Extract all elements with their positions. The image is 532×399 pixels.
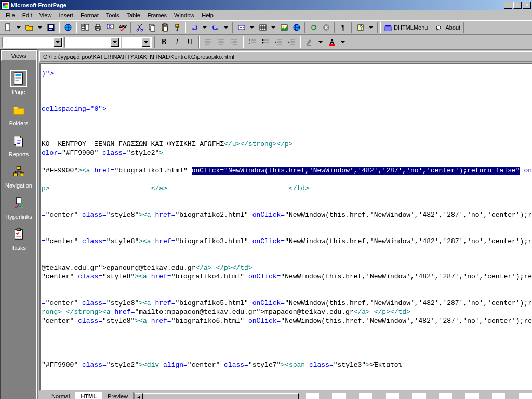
- svg-point-26: [243, 27, 244, 28]
- tab-html[interactable]: HTML: [75, 392, 102, 399]
- copy-button[interactable]: [146, 22, 158, 33]
- svg-rect-10: [96, 24, 99, 26]
- document-path: C:\Τα έγγραφά μου\KATERINA\ΠΤΥΧΙΑΚΗ\FINA…: [43, 54, 234, 60]
- menu-view[interactable]: View: [36, 11, 56, 19]
- open-dd[interactable]: [36, 22, 44, 33]
- svg-rect-53: [20, 173, 24, 176]
- align-left-button[interactable]: [202, 36, 214, 48]
- menu-format[interactable]: Format: [77, 11, 102, 19]
- menu-frames[interactable]: Frames: [144, 11, 170, 19]
- spelling-button[interactable]: ABC: [116, 22, 128, 33]
- italic-button[interactable]: I: [171, 36, 183, 48]
- outdent-button[interactable]: [272, 36, 284, 48]
- highlight-dd[interactable]: [316, 36, 325, 48]
- svg-rect-22: [176, 24, 179, 27]
- menu-file[interactable]: File: [2, 11, 19, 19]
- view-folders[interactable]: Folders: [7, 99, 31, 128]
- open-button[interactable]: [23, 22, 35, 33]
- cut-button[interactable]: [134, 22, 145, 33]
- menu-insert[interactable]: Insert: [55, 11, 77, 19]
- menu-window[interactable]: Window: [170, 11, 198, 19]
- show-all-button[interactable]: ¶: [337, 22, 349, 33]
- refresh-button[interactable]: [308, 22, 320, 33]
- scroll-thumb-h[interactable]: [143, 393, 299, 399]
- view-page[interactable]: Page: [8, 68, 29, 97]
- indent-button[interactable]: [285, 36, 297, 48]
- svg-rect-5: [82, 24, 85, 26]
- views-header: Views: [1, 50, 36, 61]
- bullets-button[interactable]: [259, 36, 271, 48]
- font-color-button[interactable]: A: [326, 36, 338, 48]
- folder-list-button[interactable]: [79, 22, 91, 33]
- align-right-button[interactable]: [228, 36, 240, 48]
- menu-table[interactable]: Table: [123, 11, 143, 19]
- views-bar: Views Page Folders Reports Navigation Hy…: [0, 49, 37, 399]
- insert-table-button[interactable]: [257, 22, 269, 33]
- component-dd[interactable]: [248, 22, 256, 33]
- app-title: Microsoft FrontPage: [11, 2, 504, 8]
- new-page-dd[interactable]: [15, 22, 23, 33]
- dhtml-menu-button[interactable]: DHTMLMenu: [380, 22, 431, 33]
- stop-button[interactable]: [320, 22, 332, 33]
- html-editor[interactable]: )"> cellspacing="0"> ΚΟ ΚΕΝΤΡΟΥ ΞΕΝΩΝ ΓΛ…: [39, 63, 532, 391]
- menu-help[interactable]: Help: [198, 11, 217, 19]
- restore-button[interactable]: ❐: [513, 2, 522, 9]
- svg-rect-54: [16, 198, 21, 204]
- bold-button[interactable]: B: [158, 36, 170, 48]
- redo-button[interactable]: [209, 22, 221, 33]
- print-button[interactable]: [91, 22, 103, 33]
- svg-point-55: [15, 207, 17, 209]
- close-button[interactable]: ✕: [523, 2, 531, 9]
- publish-button[interactable]: [62, 22, 74, 33]
- svg-rect-57: [15, 230, 23, 240]
- table-dd[interactable]: [269, 22, 277, 33]
- svg-rect-51: [17, 167, 20, 170]
- svg-text:¶: ¶: [341, 24, 344, 31]
- underline-button[interactable]: U: [184, 36, 196, 48]
- svg-rect-18: [151, 26, 155, 31]
- help-button[interactable]: ?: [354, 22, 366, 33]
- hyperlink-button[interactable]: [290, 22, 302, 33]
- undo-button[interactable]: [188, 22, 200, 33]
- insert-picture-button[interactable]: [278, 22, 290, 33]
- horizontal-scrollbar[interactable]: ◂ ▸: [134, 393, 532, 399]
- align-center-button[interactable]: [215, 36, 227, 48]
- svg-rect-38: [385, 29, 391, 31]
- svg-rect-3: [49, 29, 52, 30]
- view-hyperlinks[interactable]: Hyperlinks: [3, 193, 34, 222]
- tab-preview[interactable]: Preview: [102, 392, 134, 399]
- insert-component-button[interactable]: [235, 22, 247, 33]
- font-combo[interactable]: [64, 37, 121, 48]
- size-combo[interactable]: [122, 37, 152, 48]
- view-tasks[interactable]: Tasks: [8, 224, 29, 253]
- highlight-button[interactable]: [303, 36, 315, 48]
- numbering-button[interactable]: 12: [246, 36, 258, 48]
- scroll-left-button[interactable]: ◂: [135, 393, 143, 399]
- svg-rect-20: [163, 24, 166, 25]
- new-page-button[interactable]: [2, 22, 14, 33]
- menu-edit[interactable]: Edit: [19, 11, 36, 19]
- about-button[interactable]: About: [432, 22, 464, 33]
- save-button[interactable]: [45, 22, 57, 33]
- tab-normal[interactable]: Normal: [46, 392, 75, 399]
- svg-rect-6: [82, 26, 85, 28]
- view-reports[interactable]: Reports: [7, 130, 31, 159]
- svg-text:A: A: [330, 38, 334, 45]
- minimize-button[interactable]: _: [504, 2, 512, 9]
- svg-rect-48: [15, 74, 21, 76]
- menu-tools[interactable]: Tools: [102, 11, 123, 19]
- help-dd[interactable]: [367, 22, 375, 33]
- svg-rect-52: [14, 173, 17, 176]
- paste-button[interactable]: [158, 22, 170, 33]
- svg-point-39: [436, 26, 441, 29]
- font-color-dd[interactable]: [339, 36, 347, 48]
- view-navigation[interactable]: Navigation: [3, 162, 34, 191]
- menubar: File Edit View Insert Format Tools Table…: [0, 10, 532, 20]
- preview-browser-button[interactable]: [104, 22, 116, 33]
- redo-dd[interactable]: [222, 22, 230, 33]
- format-painter-button[interactable]: [171, 22, 183, 33]
- undo-dd[interactable]: [201, 22, 209, 33]
- content-area: C:\Τα έγγραφά μου\KATERINA\ΠΤΥΧΙΑΚΗ\FINA…: [37, 49, 532, 399]
- svg-rect-58: [17, 229, 20, 231]
- style-combo[interactable]: [2, 37, 63, 48]
